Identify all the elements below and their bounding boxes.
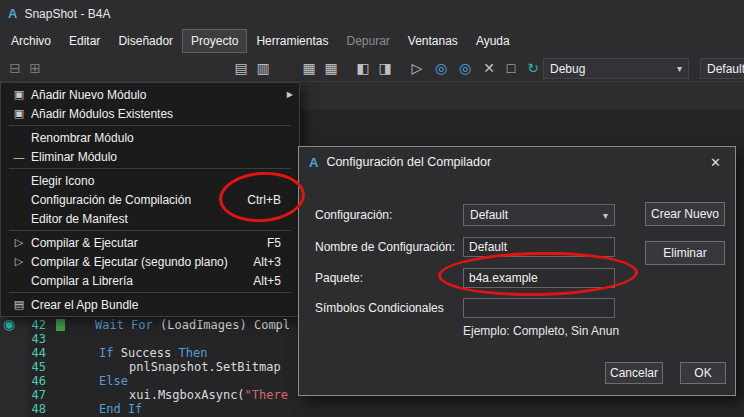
marker-slot [56, 333, 69, 345]
menu-item-label: Editor de Manifest [31, 212, 273, 226]
menu-separator [9, 292, 291, 293]
code-text: (LoadImages) Compl [153, 318, 290, 332]
menu-bar: Archivo Editar Diseñador Proyecto Herram… [0, 27, 744, 55]
cancel-button[interactable]: Cancelar [605, 362, 663, 384]
app-window: A SnapShot - B4A Archivo Editar Diseñado… [0, 0, 744, 417]
line-number: 43 [0, 332, 56, 346]
toolbar: ⊟ ⊞ ▤ ▥ ▦ ▦ ◧ ◨ ▷ ◎ ◎ ✕ □ ↻ Debug ▾ Defa… [0, 55, 744, 82]
menu-ayuda[interactable]: Ayuda [467, 29, 519, 53]
menu-item-shortcut: Alt+3 [253, 255, 281, 269]
menu-item-crear-el-app-bundle[interactable]: ▤ Crear el App Bundle [1, 295, 299, 314]
remove-module-icon: — [7, 151, 31, 163]
config-combo[interactable]: Default ▾ [463, 204, 615, 226]
new-module-icon: ▣ [7, 88, 31, 101]
menu-item-anadir-modulos-existentes[interactable]: ▣ Añadir Módulos Existentes [1, 104, 299, 123]
menu-item-shortcut: F5 [267, 236, 281, 250]
split-right-icon[interactable]: ◨ [376, 59, 394, 77]
menu-separator [9, 168, 291, 169]
menu-item-compilar-a-libreria[interactable]: Compilar a Librería Alt+5 [1, 271, 299, 290]
ok-button[interactable]: OK [680, 362, 726, 384]
config-label: Configuración: [315, 205, 392, 225]
panel-right-icon[interactable]: ▥ [254, 59, 272, 77]
create-new-button[interactable]: Crear Nuevo [645, 202, 725, 226]
target-combo[interactable]: Default [700, 58, 744, 79]
menu-herramientas[interactable]: Herramientas [247, 29, 337, 53]
marker-slot [56, 389, 69, 401]
menu-separator [9, 125, 291, 126]
menu-item-label: Crear el App Bundle [31, 298, 273, 312]
package-field[interactable] [463, 268, 615, 288]
config-name-field[interactable] [463, 237, 615, 257]
menu-item-anadir-nuevo-modulo[interactable]: ▣ Añadir Nuevo Módulo ▶ [1, 85, 299, 104]
marker-slot [56, 375, 69, 387]
delete-button[interactable]: Eliminar [645, 241, 725, 265]
split-left-icon[interactable]: ◧ [354, 59, 372, 77]
menu-item-compilar-ejecutar[interactable]: ▷ Compilar & Ejecutar F5 [1, 233, 299, 252]
menu-item-shortcut: Alt+5 [253, 274, 281, 288]
modules-icon[interactable]: ▦ [300, 59, 318, 77]
code-text: Success [113, 346, 178, 360]
menu-item-label: Compilar & Ejecutar [31, 236, 259, 250]
menu-depurar[interactable]: Depurar [337, 29, 398, 53]
menu-ventanas[interactable]: Ventanas [399, 29, 467, 53]
menu-item-shortcut: Ctrl+B [247, 193, 281, 207]
usb-debug-icon[interactable]: ◎ [456, 59, 474, 77]
panel-left-icon[interactable]: ▤ [232, 59, 250, 77]
menu-item-label: Compilar & Ejecutar (segundo plano) [31, 255, 245, 269]
line-number: 45 [0, 360, 56, 374]
menu-item-label: Renombrar Módulo [31, 131, 273, 145]
menu-item-label: Añadir Módulos Existentes [31, 107, 273, 121]
layouts-icon[interactable]: ▦ [322, 59, 340, 77]
build-config-combo[interactable]: Debug ▾ [543, 58, 689, 79]
run-icon: ▷ [7, 236, 31, 249]
menu-item-configuracion-de-compilacion[interactable]: Configuración de Compilación Ctrl+B [1, 190, 299, 209]
logs-icon[interactable]: ↻ [524, 59, 542, 77]
menu-archivo[interactable]: Archivo [2, 29, 60, 53]
menu-item-editor-de-manifest[interactable]: Editor de Manifest [1, 209, 299, 228]
menu-item-label: Añadir Nuevo Módulo [31, 88, 273, 102]
marker-slot [56, 403, 69, 415]
menu-item-elegir-icono[interactable]: Elegir Icono [1, 171, 299, 190]
menu-item-label: Elegir Icono [31, 174, 273, 188]
window-title: SnapShot - B4A [24, 7, 110, 21]
menu-item-renombrar-modulo[interactable]: Renombrar Módulo [1, 128, 299, 147]
line-number: 47 [0, 388, 56, 402]
conditional-symbols-field[interactable] [463, 298, 615, 318]
stop-icon[interactable]: □ [502, 59, 520, 77]
dialog-title-bar: A Configuración del Compilador ✕ [299, 147, 735, 177]
menu-item-label: Compilar a Librería [31, 274, 245, 288]
menu-item-label: Eliminar Módulo [31, 150, 273, 164]
build-config-combo-value: Debug [550, 62, 585, 76]
symbols-example-hint: Ejemplo: Completo, Sin Anun [463, 324, 619, 338]
menu-disenador[interactable]: Diseñador [109, 29, 182, 53]
run-icon[interactable]: ▷ [408, 59, 426, 77]
code-text: Wait For [95, 318, 153, 332]
code-text: End If [99, 402, 142, 416]
menu-item-compilar-ejecutar-segundo-plano[interactable]: ▷ Compilar & Ejecutar (segundo plano) Al… [1, 252, 299, 271]
disconnect-icon[interactable]: ✕ [480, 59, 498, 77]
code-line[interactable]: 48 End If [0, 402, 744, 416]
designer-icon[interactable]: ⊞ [26, 59, 44, 77]
bookmark-marker [56, 319, 65, 331]
existing-modules-icon: ▣ [7, 107, 31, 120]
title-bar: A SnapShot - B4A [0, 0, 744, 27]
menu-item-eliminar-modulo[interactable]: — Eliminar Módulo [1, 147, 299, 166]
app-logo-icon: A [309, 155, 318, 170]
menu-item-label: Configuración de Compilación [31, 193, 239, 207]
close-icon[interactable]: ✕ [706, 155, 725, 170]
code-text: "There [245, 388, 288, 402]
compiler-config-dialog: A Configuración del Compilador ✕ Configu… [298, 146, 736, 396]
app-logo-icon: A [8, 6, 17, 21]
chevron-down-icon: ▾ [603, 210, 608, 221]
marker-slot [56, 347, 69, 359]
line-number: 44 [0, 346, 56, 360]
submenu-arrow-icon: ▶ [281, 90, 293, 99]
bridge-icon[interactable]: ◎ [432, 59, 450, 77]
config-name-label: Nombre de Configuración: [315, 237, 455, 257]
menu-editar[interactable]: Editar [60, 29, 109, 53]
editor-quick-action-icon[interactable]: ◉ [3, 316, 15, 332]
app-bundle-icon: ▤ [7, 298, 31, 311]
views-icon[interactable]: ⊟ [6, 59, 24, 77]
menu-proyecto[interactable]: Proyecto [182, 29, 247, 53]
run-icon: ▷ [7, 255, 31, 268]
